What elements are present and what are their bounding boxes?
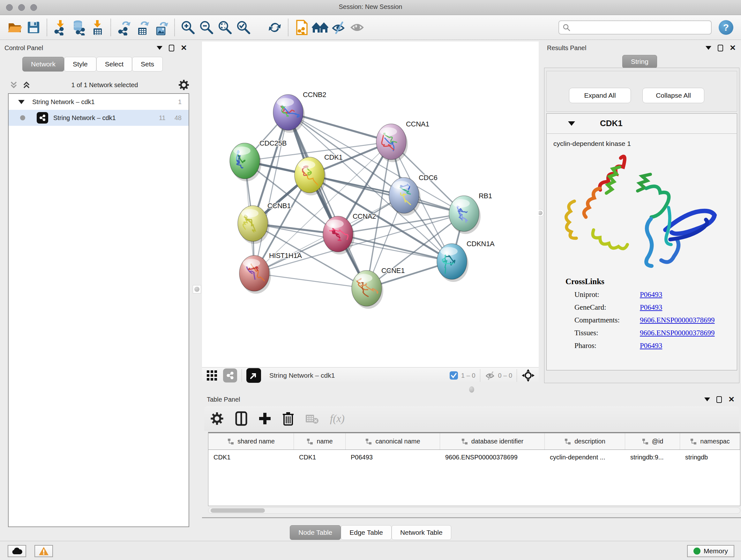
import-network-from-database-button[interactable] (70, 18, 88, 37)
network-edge[interactable] (254, 273, 367, 288)
fit-selected-crosshair-icon[interactable] (522, 369, 535, 382)
table-cell[interactable]: cyclin-dependent ... (545, 450, 625, 464)
tab-sets[interactable]: Sets (132, 57, 163, 71)
column-header-database-identifier[interactable]: database identifier (440, 433, 545, 449)
table-panel-float-icon[interactable] (717, 396, 722, 403)
collapse-all-button[interactable]: Collapse All (643, 88, 704, 103)
control-panel-close-icon[interactable]: ✕ (181, 45, 187, 51)
column-tree-icon (365, 438, 372, 445)
tab-network[interactable]: Network (22, 57, 64, 71)
memory-button[interactable]: Memory (687, 545, 734, 557)
table-cell[interactable]: 9606.ENSP00000378699 (440, 450, 545, 464)
open-session-button[interactable] (6, 18, 24, 37)
horizontal-splitter-handle[interactable] (469, 386, 474, 393)
gene-expander-icon[interactable] (568, 121, 575, 126)
warnings-button[interactable] (35, 545, 53, 557)
tree-expander-icon[interactable] (18, 100, 24, 104)
crosslink-link[interactable]: 9606.ENSP00000378699 (640, 329, 715, 337)
save-session-button[interactable] (24, 18, 43, 37)
column-header-namespac[interactable]: namespac (680, 433, 740, 449)
expand-all-button[interactable]: Expand All (569, 88, 631, 103)
network-edge[interactable] (254, 112, 288, 273)
tab-node-table[interactable]: Node Table (290, 525, 341, 540)
tab-network-table[interactable]: Network Table (392, 525, 451, 540)
column-header-name[interactable]: name (294, 433, 346, 449)
open-in-browser-button[interactable] (246, 368, 261, 383)
help-button[interactable]: ? (719, 20, 733, 35)
save-icon (26, 20, 41, 35)
table-options-gear-icon[interactable] (210, 412, 224, 426)
table-cell[interactable]: stringdb:9... (625, 450, 680, 464)
network-node-ccna2[interactable]: CCNA2 (323, 212, 376, 254)
birds-eye-view-icon[interactable] (206, 369, 218, 381)
table-cell[interactable]: CDK1 (294, 450, 346, 464)
table-cell[interactable]: CDK1 (208, 450, 294, 464)
table-horizontal-scrollbar[interactable] (208, 507, 740, 514)
table-cell[interactable]: P06493 (346, 450, 440, 464)
network-node-hist1h1a[interactable]: HIST1H1A (239, 252, 302, 294)
string-view-badge[interactable] (223, 368, 237, 382)
left-splitter-handle[interactable] (193, 285, 201, 294)
control-panel-menu-icon[interactable] (157, 46, 162, 50)
add-column-plus-icon[interactable] (259, 412, 271, 425)
zoom-fit-content-button[interactable] (216, 18, 234, 37)
tab-edge-table[interactable]: Edge Table (341, 525, 392, 540)
zoom-selected-button[interactable] (234, 18, 253, 37)
table-row[interactable]: CDK1CDK1P064939606.ENSP00000378699cyclin… (208, 450, 740, 464)
table-cell[interactable]: stringdb (680, 450, 740, 464)
column-header-id[interactable]: @id (625, 433, 680, 449)
network-options-gear-icon[interactable] (178, 79, 190, 91)
network-node-rb1[interactable]: RB1 (449, 192, 492, 234)
expand-all-icon[interactable] (22, 80, 31, 90)
results-panel-float-icon[interactable] (718, 45, 723, 51)
export-table-button[interactable] (133, 18, 152, 37)
results-tab-string[interactable]: String (622, 55, 657, 68)
network-node-ccna1[interactable]: CCNA1 (376, 120, 429, 162)
column-header-shared-name[interactable]: shared name (208, 433, 294, 449)
collapse-all-icon[interactable] (9, 80, 18, 90)
home-networks-button[interactable] (311, 18, 329, 37)
node-table[interactable]: shared namenamecanonical namedatabase id… (208, 432, 740, 506)
table-panel-menu-icon[interactable] (704, 397, 710, 401)
crosslink-link[interactable]: 9606.ENSP00000378699 (640, 316, 715, 324)
zoom-out-button[interactable] (197, 18, 216, 37)
import-table-from-file-button[interactable] (88, 18, 107, 37)
apply-layout-button[interactable] (266, 18, 284, 37)
selected-checkbox-icon[interactable] (449, 371, 459, 380)
network-node-ccnb2[interactable]: CCNB2 (273, 91, 326, 133)
export-network-button[interactable] (115, 18, 133, 37)
hide-selected-button[interactable] (329, 18, 348, 37)
tab-select[interactable]: Select (96, 57, 132, 71)
table-scrollbar-thumb[interactable] (211, 508, 265, 513)
network-snapshot-button[interactable] (292, 18, 311, 37)
results-panel-menu-icon[interactable] (705, 46, 711, 50)
network-node-ccne1[interactable]: CCNE1 (352, 266, 405, 309)
column-header-description[interactable]: description (545, 433, 625, 449)
network-edge[interactable] (310, 175, 464, 213)
column-header-canonical-name[interactable]: canonical name (346, 433, 440, 449)
crosslink-link[interactable]: P06493 (640, 341, 662, 350)
network-node-cdkn1a[interactable]: CDKN1A (437, 240, 495, 282)
network-canvas[interactable]: CCNB2CCNA1CDC25BCDK1CDC6RB1CCNB1CCNA2CDK… (202, 42, 539, 367)
protein-structure-image (555, 150, 729, 274)
control-panel-title: Control Panel (4, 44, 43, 52)
results-panel-close-icon[interactable]: ✕ (730, 45, 736, 51)
crosslink-link[interactable]: P06493 (640, 303, 662, 312)
network-edge[interactable] (288, 112, 367, 288)
network-node-cdc6[interactable]: CDC6 (389, 174, 437, 216)
delete-column-trash-icon[interactable] (282, 411, 294, 426)
table-panel-close-icon[interactable]: ✕ (728, 396, 735, 402)
crosslink-link[interactable]: P06493 (640, 291, 662, 299)
export-image-button[interactable] (152, 18, 171, 37)
cloud-status-button[interactable] (8, 545, 26, 557)
tab-style[interactable]: Style (64, 57, 96, 71)
search-input[interactable] (558, 20, 712, 35)
zoom-in-button[interactable] (179, 18, 197, 37)
network-node-cdk1[interactable]: CDK1 (294, 153, 343, 195)
gene-header-row[interactable]: CDK1 (546, 113, 737, 134)
network-collection-row[interactable]: String Network – cdk1 1 (9, 94, 189, 110)
show-columns-icon[interactable] (235, 411, 248, 426)
import-network-from-file-button[interactable] (51, 18, 70, 37)
network-row-selected[interactable]: String Network – cdk1 11 48 (9, 110, 189, 126)
control-panel-float-icon[interactable] (169, 45, 174, 51)
